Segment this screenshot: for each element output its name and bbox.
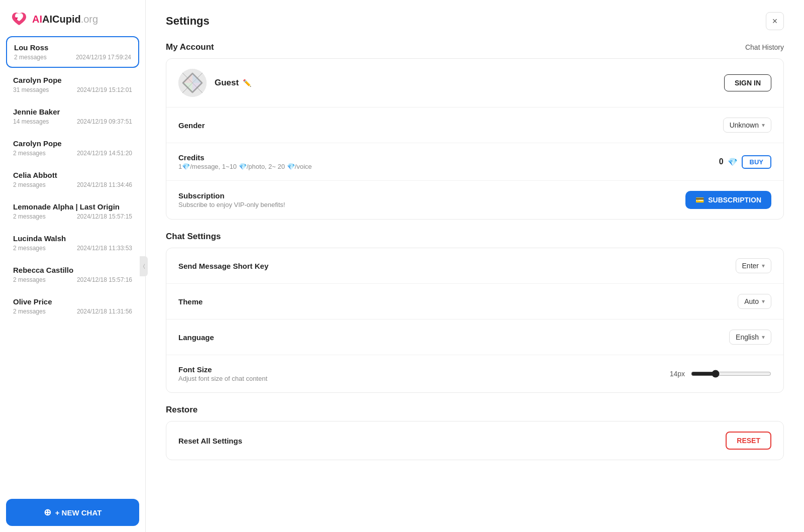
my-account-card: Guest ✏️ SIGN IN Gender Unknown ▾ Cr: [166, 58, 784, 220]
svg-text:♥: ♥: [15, 16, 18, 21]
credits-label: Credits: [178, 153, 312, 162]
send-message-row: Send Message Short Key Enter ▾: [166, 248, 783, 284]
chat-item[interactable]: Jennie Baker 14 messages 2024/12/19 09:3…: [6, 101, 139, 131]
font-size-value: 14px: [670, 370, 685, 378]
credits-desc: 1💎/message, 1~10 💎/photo, 2~ 20 💎/voice: [178, 163, 312, 170]
font-size-row: Font Size Adjust font size of chat conte…: [166, 355, 783, 392]
chat-item[interactable]: Lemonade Alpha | Last Origin 2 messages …: [6, 196, 139, 226]
avatar-svg: [178, 69, 207, 97]
chat-item[interactable]: Carolyn Pope 2 messages 2024/12/19 14:51…: [6, 133, 139, 163]
chevron-down-icon: ▾: [762, 334, 765, 341]
edit-icon[interactable]: ✏️: [243, 79, 251, 87]
chat-list: Lou Ross 2 messages 2024/12/19 17:59:24 …: [0, 36, 145, 493]
plus-icon: ⊕: [44, 507, 51, 518]
subscription-desc: Subscribe to enjoy VIP-only benefits!: [178, 201, 285, 208]
chat-settings-section-title: Chat Settings: [166, 232, 784, 242]
restore-card: Reset All Settings RESET: [166, 421, 784, 460]
logo-icon: ♥: [10, 10, 28, 28]
reset-all-settings-label: Reset All Settings: [178, 437, 242, 445]
font-size-slider[interactable]: [691, 370, 771, 378]
new-chat-button[interactable]: ⊕ + NEW CHAT: [6, 499, 139, 526]
language-dropdown[interactable]: English ▾: [729, 330, 771, 345]
chat-item[interactable]: Celia Abbott 2 messages 2024/12/18 11:34…: [6, 165, 139, 194]
logo-text: AIAICupid.org: [32, 14, 98, 25]
restore-section-title: Restore: [166, 405, 784, 415]
theme-dropdown[interactable]: Auto ▾: [738, 294, 771, 309]
language-label: Language: [178, 333, 214, 342]
gender-dropdown[interactable]: Unknown ▾: [723, 118, 771, 133]
credits-amount: 0: [719, 157, 724, 166]
theme-label: Theme: [178, 297, 203, 306]
my-account-section-title: My Account Chat History: [166, 42, 784, 52]
buy-button[interactable]: BUY: [742, 155, 771, 169]
chevron-down-icon: ▾: [762, 122, 765, 129]
card-icon: 💳: [695, 196, 704, 204]
subscription-button[interactable]: 💳 SUBSCRIPTION: [685, 191, 771, 209]
sidebar: ♥ AIAICupid.org Lou Ross 2 messages 2024…: [0, 0, 146, 532]
chat-item[interactable]: Lou Ross 2 messages 2024/12/19 17:59:24: [6, 36, 139, 68]
settings-header: Settings ×: [146, 0, 804, 38]
gender-label: Gender: [178, 121, 205, 130]
user-info: Guest ✏️: [215, 78, 251, 88]
subscription-row: Subscription Subscribe to enjoy VIP-only…: [166, 181, 783, 219]
sidebar-collapse-handle[interactable]: 〈: [140, 256, 148, 276]
sign-in-button[interactable]: SIGN IN: [724, 74, 771, 91]
user-name: Guest: [215, 78, 239, 88]
gender-row: Gender Unknown ▾: [166, 108, 783, 143]
reset-button[interactable]: RESET: [726, 432, 771, 450]
chat-item[interactable]: Carolyn Pope 31 messages 2024/12/19 15:1…: [6, 70, 139, 99]
send-message-label: Send Message Short Key: [178, 262, 268, 270]
chat-settings-card: Send Message Short Key Enter ▾ Theme Aut…: [166, 248, 784, 393]
settings-content: My Account Chat History: [146, 42, 804, 492]
main-panel: Settings × My Account Chat History: [146, 0, 804, 532]
logo-area: ♥ AIAICupid.org: [0, 0, 145, 36]
send-message-dropdown[interactable]: Enter ▾: [736, 258, 771, 273]
chat-item[interactable]: Olive Price 2 messages 2024/12/18 11:31:…: [6, 291, 139, 321]
chevron-down-icon: ▾: [762, 262, 765, 269]
font-size-label: Font Size: [178, 365, 267, 374]
close-button[interactable]: ×: [766, 12, 784, 30]
font-size-sublabel: Adjust font size of chat content: [178, 375, 267, 382]
user-row: Guest ✏️ SIGN IN: [166, 59, 783, 108]
credits-row: Credits 1💎/message, 1~10 💎/photo, 2~ 20 …: [166, 143, 783, 181]
chevron-down-icon: ▾: [762, 298, 765, 305]
settings-title: Settings: [166, 15, 210, 28]
language-row: Language English ▾: [166, 320, 783, 355]
diamond-icon: 💎: [728, 157, 738, 167]
reset-all-settings-row: Reset All Settings RESET: [166, 421, 783, 460]
avatar: [178, 69, 207, 97]
theme-row: Theme Auto ▾: [166, 284, 783, 320]
chat-history-link[interactable]: Chat History: [745, 43, 784, 51]
chat-item[interactable]: Lucinda Walsh 2 messages 2024/12/18 11:3…: [6, 228, 139, 258]
subscription-label: Subscription: [178, 191, 285, 200]
chat-item[interactable]: Rebecca Castillo 2 messages 2024/12/18 1…: [6, 260, 139, 289]
